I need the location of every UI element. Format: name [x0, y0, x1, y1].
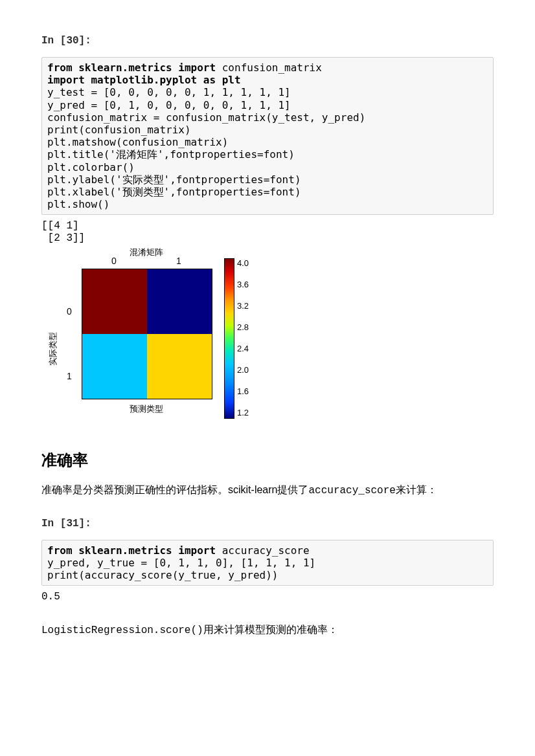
paragraph-lr-score: LogisticRegression.score()用来计算模型预测的准确率： [41, 623, 494, 637]
para-text: 准确率是分类器预测正确性的评估指标。scikit-learn提供了 [41, 484, 308, 495]
y-tick: 1 [67, 371, 72, 381]
keyword: from sklearn.metrics import [47, 61, 216, 74]
cell-1-code[interactable]: from sklearn.metrics import confusion_ma… [41, 57, 494, 215]
heat-cell-01 [147, 269, 212, 334]
heat-cell-00 [82, 269, 147, 334]
para-text: 用来计算模型预测的准确率： [203, 624, 338, 635]
paragraph-accuracy-desc: 准确率是分类器预测正确性的评估指标。scikit-learn提供了accurac… [41, 482, 494, 498]
heat-cell-10 [82, 334, 147, 399]
code-text: accuracy_score [216, 544, 310, 557]
code-block-2: from sklearn.metrics import accuracy_sco… [47, 544, 488, 582]
para-mono: accuracy_score [308, 485, 395, 496]
y-tick: 0 [67, 306, 72, 317]
code-text: plt.matshow(confusion_matrix) [47, 136, 228, 148]
code-text: plt.ylabel('实际类型',fontproperties=font) [47, 173, 301, 186]
code-text: print(confusion_matrix) [47, 124, 191, 136]
chart-y-axis: 0 1 [60, 258, 82, 408]
code-text: y_pred = [0, 1, 0, 0, 0, 0, 0, 1, 1, 1] [47, 99, 291, 111]
chart-body: 0 1 混淆矩阵 预测类型 [82, 258, 212, 415]
cb-tick: 4.0 [237, 258, 249, 268]
cell-2-prompt: In [31]: [41, 518, 494, 529]
chart-confusion-matrix: 实际类型 0 1 0 1 混淆矩阵 预测类型 4.0 [47, 258, 494, 419]
cb-tick: 2.0 [237, 365, 249, 375]
code-text: plt.show() [47, 198, 109, 210]
cb-tick: 3.2 [237, 301, 249, 311]
chart-ylabel: 实际类型 [47, 332, 59, 366]
code-text: y_test = [0, 0, 0, 0, 0, 1, 1, 1, 1, 1] [47, 86, 291, 98]
section-heading-accuracy: 准确率 [41, 450, 494, 471]
cb-tick: 1.6 [237, 386, 249, 396]
notebook-page: In [30]: from sklearn.metrics import con… [0, 0, 535, 673]
keyword: from sklearn.metrics import [47, 544, 216, 557]
heat-cell-11 [147, 334, 212, 399]
cb-tick: 1.2 [237, 408, 249, 417]
cell-2-text-output: 0.5 [41, 591, 494, 603]
code-text: print(accuracy_score(y_true, y_pred)) [47, 569, 278, 581]
code-text: y_pred, y_true = [0, 1, 1, 0], [1, 1, 1,… [47, 557, 315, 569]
chart-colorbar-ticks: 4.0 3.6 3.2 2.8 2.4 2.0 1.6 1.2 [237, 258, 249, 417]
code-block-1: from sklearn.metrics import confusion_ma… [47, 61, 488, 210]
chart-xlabel: 预测类型 [82, 403, 211, 415]
code-text: confusion_matrix [216, 61, 322, 74]
chart-colorbar-wrap: 4.0 3.6 3.2 2.8 2.4 2.0 1.6 1.2 [224, 258, 249, 419]
cell-1-prompt: In [30]: [41, 35, 494, 47]
chart-y-ticks: 0 1 [67, 279, 72, 408]
code-text: plt.title('混淆矩阵',fontproperties=font) [47, 148, 295, 161]
cb-tick: 2.4 [237, 344, 249, 353]
cell-1-text-output: [[4 1] [2 3]] [41, 220, 494, 245]
cell-2-code[interactable]: from sklearn.metrics import accuracy_sco… [41, 540, 494, 586]
chart-ylabel-wrap: 实际类型 [47, 258, 60, 419]
para-mono: LogisticRegression.score() [41, 625, 203, 636]
chart-colorbar [224, 258, 234, 419]
code-text: plt.xlabel('预测类型',fontproperties=font) [47, 186, 301, 198]
chart-title: 混淆矩阵 [82, 247, 211, 258]
code-text: confusion_matrix = confusion_matrix(y_te… [47, 111, 365, 124]
chart-heat-grid [82, 269, 212, 399]
cb-tick: 2.8 [237, 322, 249, 332]
para-text: 来计算： [396, 484, 437, 495]
code-text: plt.colorbar() [47, 161, 135, 173]
cb-tick: 3.6 [237, 280, 249, 289]
keyword: import matplotlib.pyplot as plt [47, 74, 241, 86]
